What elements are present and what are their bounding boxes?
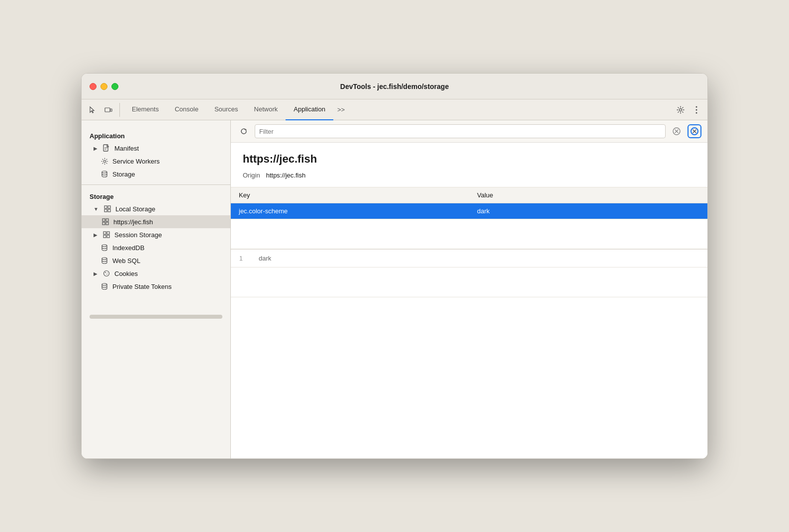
origin-value: https://jec.fish: [266, 172, 305, 179]
svg-point-22: [102, 258, 107, 260]
title-bar: DevTools - jec.fish/demo/storage: [82, 74, 707, 99]
sidebar-scrollbar[interactable]: [90, 315, 222, 319]
cursor-icon[interactable]: [86, 103, 99, 117]
storage-section-title: Storage: [82, 189, 230, 202]
svg-point-21: [102, 245, 107, 247]
origin-title: https://jec.fish: [231, 143, 707, 170]
tab-network[interactable]: Network: [246, 99, 286, 120]
sidebar-item-web-sql[interactable]: Web SQL: [82, 254, 230, 267]
svg-point-27: [102, 283, 107, 285]
minimize-button[interactable]: [100, 83, 107, 90]
session-storage-grid-icon: [102, 231, 110, 239]
table-cell-value: dark: [469, 203, 707, 219]
svg-rect-17: [103, 232, 106, 234]
service-workers-gear-icon: [100, 157, 108, 165]
storage-table: Key Value jec.color-scheme dark: [231, 187, 707, 249]
svg-point-26: [107, 272, 107, 273]
table-header: Key Value: [231, 187, 707, 203]
window-title: DevTools - jec.fish/demo/storage: [340, 83, 449, 90]
tabs-overflow-button[interactable]: >>: [333, 99, 349, 120]
more-options-icon[interactable]: [690, 103, 703, 117]
session-storage-chevron-icon: ▶: [94, 232, 98, 238]
indexeddb-icon: [100, 244, 108, 252]
delete-button[interactable]: [688, 124, 701, 138]
svg-rect-11: [104, 209, 107, 212]
sidebar-item-service-workers[interactable]: Service Workers: [82, 155, 230, 168]
indexeddb-label: IndexedDB: [112, 244, 144, 252]
session-storage-label: Session Storage: [114, 231, 162, 239]
local-storage-chevron-icon: ▼: [94, 206, 99, 212]
svg-point-3: [696, 106, 697, 107]
sidebar-item-local-storage-jec[interactable]: https://jec.fish: [82, 215, 230, 228]
table-row[interactable]: jec.color-scheme dark: [231, 203, 707, 219]
table-row-empty-1: [231, 219, 707, 249]
svg-point-25: [106, 274, 107, 275]
web-sql-label: Web SQL: [112, 257, 140, 265]
application-section-title: Application: [82, 128, 230, 142]
filter-input[interactable]: [255, 124, 666, 138]
svg-rect-10: [108, 206, 110, 208]
devtools-body: Application ▶ Manifest: [82, 120, 707, 458]
svg-rect-1: [110, 109, 112, 111]
table-body: jec.color-scheme dark: [231, 203, 707, 249]
svg-rect-9: [104, 206, 107, 208]
svg-rect-14: [106, 219, 108, 221]
sidebar-item-local-storage[interactable]: ▼ Local Storage: [82, 202, 230, 215]
clear-filter-button[interactable]: [670, 124, 684, 138]
private-state-tokens-icon: [100, 282, 108, 290]
jec-grid-icon: [101, 218, 109, 226]
svg-rect-18: [107, 232, 109, 234]
settings-icon[interactable]: [674, 103, 688, 117]
tab-elements[interactable]: Elements: [124, 99, 167, 120]
table-cell-key: jec.color-scheme: [231, 203, 469, 219]
tab-console[interactable]: Console: [167, 99, 206, 120]
svg-point-5: [696, 112, 697, 113]
refresh-button[interactable]: [237, 124, 251, 138]
bottom-table-body: 1 dark: [231, 250, 707, 297]
main-panel: https://jec.fish Origin https://jec.fish…: [231, 120, 707, 458]
tab-application[interactable]: Application: [286, 99, 333, 120]
svg-rect-0: [105, 108, 110, 112]
svg-rect-15: [102, 222, 105, 225]
bottom-index: 1: [231, 250, 251, 267]
svg-rect-19: [103, 235, 106, 238]
manifest-file-icon: [102, 144, 110, 152]
devtools-icon-group: [86, 103, 120, 117]
svg-point-2: [680, 108, 682, 111]
svg-point-24: [105, 272, 106, 273]
service-workers-label: Service Workers: [112, 158, 160, 165]
sidebar-item-session-storage[interactable]: ▶ Session Storage: [82, 228, 230, 241]
cookies-icon: [102, 269, 110, 277]
svg-point-23: [104, 271, 109, 276]
devtools-window: DevTools - jec.fish/demo/storage Element…: [81, 73, 708, 459]
close-button[interactable]: [90, 83, 97, 90]
cookies-label: Cookies: [114, 270, 138, 277]
svg-point-4: [696, 109, 697, 110]
sidebar-item-manifest[interactable]: ▶ Manifest: [82, 142, 230, 155]
svg-rect-16: [106, 222, 108, 225]
origin-row: Origin https://jec.fish: [231, 170, 707, 187]
svg-rect-20: [107, 235, 109, 238]
sidebar-item-cookies[interactable]: ▶ Cookies: [82, 267, 230, 280]
storage-db-icon: [100, 170, 108, 178]
traffic-lights: [90, 83, 118, 90]
jec-fish-label: https://jec.fish: [113, 218, 153, 226]
sidebar-item-storage[interactable]: Storage: [82, 168, 230, 180]
web-sql-icon: [100, 257, 108, 265]
devtools-tabs-bar: Elements Console Sources Network Applica…: [82, 99, 707, 120]
sidebar-item-indexeddb[interactable]: IndexedDB: [82, 241, 230, 254]
col-header-key: Key: [231, 187, 469, 203]
local-storage-grid-icon: [103, 205, 111, 213]
tab-sources[interactable]: Sources: [206, 99, 246, 120]
manifest-chevron-icon: ▶: [94, 146, 98, 151]
device-toggle-icon[interactable]: [101, 103, 115, 117]
bottom-table-row-empty: [231, 267, 707, 297]
maximize-button[interactable]: [111, 83, 118, 90]
devtools-right-actions: [674, 103, 703, 117]
svg-point-7: [103, 160, 105, 162]
svg-point-8: [102, 171, 107, 173]
sidebar-item-private-state-tokens[interactable]: Private State Tokens: [82, 280, 230, 293]
col-header-value: Value: [469, 187, 707, 203]
sidebar-separator: [82, 184, 230, 185]
manifest-label: Manifest: [114, 145, 139, 152]
